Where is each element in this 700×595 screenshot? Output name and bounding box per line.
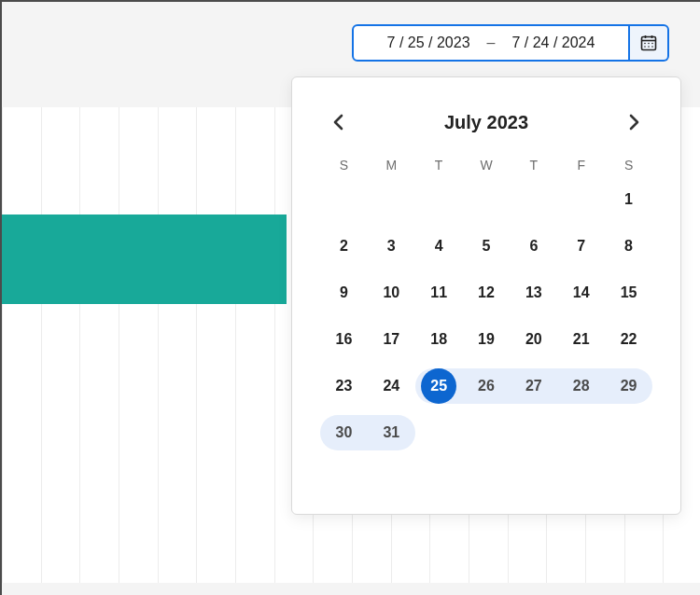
prev-month-button[interactable] [320, 104, 357, 141]
calendar-day-number: 6 [529, 238, 538, 255]
calendar-day[interactable]: 13 [510, 275, 557, 311]
calendar-week-row: 16171819202122 [320, 322, 652, 357]
chart-bar [2, 214, 287, 304]
calendar-day[interactable]: 19 [463, 322, 511, 357]
calendar-day-number: 22 [621, 331, 637, 348]
day-of-week-row: S M T W T F S [320, 158, 652, 173]
date-range-input[interactable]: 7 / 25 / 2023 – 7 / 24 / 2024 [352, 24, 630, 62]
calendar-day-number: 23 [336, 378, 353, 394]
end-date-value: 7 / 24 / 2024 [511, 35, 595, 51]
calendar-day-number: 31 [383, 424, 399, 441]
calendar-day-number: 18 [430, 331, 447, 348]
dow-label: F [557, 158, 605, 173]
next-month-button[interactable] [615, 104, 652, 141]
calendar-day-number: 13 [525, 284, 542, 301]
calendar-header: July 2023 [320, 104, 652, 141]
svg-point-8 [648, 46, 650, 48]
calendar-icon [639, 34, 658, 52]
dow-label: W [463, 158, 511, 173]
svg-point-6 [651, 43, 653, 45]
calendar-day[interactable]: 29 [605, 368, 652, 404]
calendar-day[interactable]: 16 [320, 322, 368, 357]
calendar-day[interactable]: 11 [415, 275, 463, 311]
calendar-popover: July 2023 S M T W T F S 1234567891011121… [291, 76, 681, 515]
calendar-day-number: 3 [387, 238, 396, 255]
calendar-day-number: 24 [383, 378, 399, 394]
calendar-day[interactable]: 10 [368, 275, 415, 311]
calendar-day[interactable]: 2 [320, 228, 368, 264]
calendar-day[interactable]: 28 [557, 368, 605, 404]
calendar-day[interactable]: 21 [557, 322, 605, 357]
chevron-right-icon [626, 112, 641, 132]
chevron-left-icon [331, 112, 346, 132]
calendar-day[interactable]: 27 [510, 368, 557, 404]
calendar-day[interactable]: 30 [320, 415, 368, 450]
calendar-day-number: 4 [435, 238, 443, 255]
calendar-week-row: 2345678 [320, 228, 652, 264]
calendar-day[interactable]: 8 [605, 228, 652, 264]
calendar-day[interactable]: 14 [557, 275, 605, 311]
calendar-day-number: 19 [478, 331, 495, 348]
calendar-day[interactable]: 22 [605, 322, 652, 357]
calendar-day[interactable]: 1 [605, 182, 652, 217]
calendar-day[interactable]: 18 [415, 322, 463, 357]
calendar-day[interactable]: 23 [320, 368, 368, 404]
start-date-value: 7 / 25 / 2023 [387, 35, 470, 51]
calendar-day-number: 29 [621, 378, 637, 394]
calendar-day-number: 8 [624, 238, 633, 255]
calendar-day-number: 2 [340, 238, 348, 255]
calendar-day[interactable]: 3 [368, 228, 415, 264]
calendar-day-number: 26 [478, 378, 495, 394]
dow-label: T [415, 158, 463, 173]
calendar-day[interactable]: 5 [463, 228, 511, 264]
calendar-day[interactable]: 9 [320, 275, 368, 311]
date-range-field-wrap: 7 / 25 / 2023 – 7 / 24 / 2024 [352, 24, 669, 62]
calendar-day[interactable]: 26 [463, 368, 511, 404]
date-range-dash: – [487, 35, 496, 51]
svg-point-9 [651, 46, 653, 48]
calendar-day-number: 28 [573, 378, 590, 394]
calendar-day[interactable]: 6 [510, 228, 557, 264]
calendar-day[interactable]: 24 [368, 368, 415, 404]
calendar-day-number: 25 [430, 378, 447, 394]
calendar-day-number: 1 [624, 191, 633, 208]
svg-point-4 [644, 43, 646, 45]
calendar-day[interactable]: 15 [605, 275, 652, 311]
calendar-week-row: 23242526272829 [320, 368, 652, 404]
calendar-month-title: July 2023 [444, 112, 528, 133]
calendar-day-number: 5 [483, 238, 491, 255]
calendar-day[interactable]: 12 [463, 275, 511, 311]
calendar-day-number: 12 [478, 284, 495, 301]
dow-label: S [605, 158, 652, 173]
calendar-day-number: 21 [573, 331, 590, 348]
calendar-day-number: 7 [577, 238, 585, 255]
dow-label: T [510, 158, 557, 173]
calendar-day-number: 11 [430, 284, 447, 301]
calendar-day[interactable]: 25 [415, 368, 463, 404]
calendar-day[interactable]: 20 [510, 322, 557, 357]
calendar-day[interactable]: 17 [368, 322, 415, 357]
calendar-week-row: 3031 [320, 415, 652, 450]
calendar-day-number: 9 [340, 284, 348, 301]
open-calendar-button[interactable] [630, 24, 669, 62]
calendar-day-number: 27 [525, 378, 542, 394]
dow-label: M [368, 158, 415, 173]
calendar-day-number: 10 [383, 284, 399, 301]
calendar-week-row: 9101112131415 [320, 275, 652, 311]
calendar-day-number: 20 [525, 331, 542, 348]
calendar-day-number: 14 [573, 284, 590, 301]
calendar-day-number: 17 [383, 331, 399, 348]
calendar-day-number: 16 [336, 331, 353, 348]
svg-point-7 [644, 46, 646, 48]
dow-label: S [320, 158, 368, 173]
svg-point-5 [648, 43, 650, 45]
calendar-day[interactable]: 4 [415, 228, 463, 264]
calendar-day-number: 30 [336, 424, 353, 441]
calendar-day[interactable]: 7 [557, 228, 605, 264]
calendar-day-number: 15 [621, 284, 637, 301]
calendar-week-row: 1 [320, 182, 652, 217]
calendar-day[interactable]: 31 [368, 415, 415, 450]
calendar-grid: 1234567891011121314151617181920212223242… [320, 182, 652, 450]
